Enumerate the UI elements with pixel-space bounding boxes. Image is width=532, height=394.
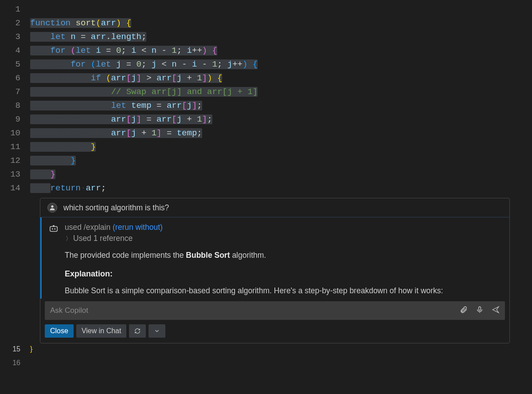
svg-point-0 (51, 205, 53, 208)
chat-button-row: Close View in Chat (40, 324, 509, 343)
line-number: 5 (0, 58, 20, 71)
close-button[interactable]: Close (45, 324, 74, 338)
code-line[interactable]: ················// Swap arr[j] and arr[j… (30, 85, 532, 99)
code-line[interactable]: ············} (30, 140, 532, 154)
code-line[interactable]: ····let·n·=·arr.length; (30, 30, 532, 44)
code-line[interactable]: ····return·arr; (30, 181, 532, 195)
chat-input-row (45, 301, 505, 320)
chevron-right-icon: 〉 (66, 235, 71, 243)
assistant-body: used /explain (rerun without) 〉 Used 1 r… (65, 223, 502, 299)
slash-command-info: used /explain (rerun without) (65, 223, 502, 232)
send-icon[interactable] (492, 306, 500, 315)
svg-point-2 (52, 228, 53, 229)
code-line[interactable]: ····for·(let·i·=·0;·i·<·n·-·1;·i++)·{ (30, 44, 532, 58)
rerun-without-link[interactable]: (rerun without) (113, 223, 163, 232)
code-line[interactable]: ············if·(arr[j]·>·arr[j·+·1])·{ (30, 71, 532, 85)
code-line[interactable]: } (30, 345, 532, 359)
code-area[interactable]: } (30, 343, 532, 373)
line-number-gutter: 1 2 3 4 5 6 7 8 9 10 11 12 13 14 (0, 0, 30, 195)
code-editor-continued[interactable]: 15 16 } (0, 343, 532, 373)
attach-icon[interactable] (460, 306, 468, 315)
microphone-icon[interactable] (476, 306, 484, 315)
code-area[interactable]: function·sort(arr)·{ ····let·n·=·arr.len… (30, 0, 532, 195)
chevron-down-icon (154, 328, 160, 334)
response-text: The provided code implements the Bubble … (65, 249, 502, 261)
explanation-heading: Explanation: (65, 269, 502, 279)
inline-chat-panel: which sorting algorithm is this? used /e… (40, 198, 510, 343)
line-number: 6 (0, 71, 20, 85)
chat-input[interactable] (50, 306, 460, 315)
references-toggle[interactable]: 〉 Used 1 reference (66, 234, 502, 243)
line-number: 9 (0, 113, 20, 126)
code-line[interactable] (30, 3, 532, 16)
line-number: 2 (0, 16, 20, 30)
code-line[interactable]: ················let·temp·=·arr[j]; (30, 99, 532, 113)
code-line[interactable]: ········} (30, 154, 532, 168)
line-number: 8 (0, 99, 20, 113)
line-number: 16 (0, 359, 20, 373)
refresh-icon (134, 328, 141, 334)
assistant-response-row: used /explain (rerun without) 〉 Used 1 r… (40, 217, 509, 299)
code-line[interactable]: ················arr[j·+·1]·=·temp; (30, 126, 532, 140)
line-number: 14 (0, 181, 20, 195)
svg-rect-4 (479, 307, 481, 311)
explanation-body: Bubble Sort is a simple comparison-based… (65, 285, 502, 297)
code-line[interactable]: ····} (30, 168, 532, 181)
regenerate-button[interactable] (129, 324, 146, 338)
svg-rect-1 (50, 226, 58, 231)
line-number: 1 (0, 3, 20, 16)
line-number: 7 (0, 85, 20, 99)
view-in-chat-button[interactable]: View in Chat (76, 324, 127, 338)
code-editor[interactable]: 1 2 3 4 5 6 7 8 9 10 11 12 13 14 functio… (0, 0, 532, 195)
user-message-row: which sorting algorithm is this? (40, 198, 509, 217)
code-line[interactable]: function·sort(arr)·{ (30, 16, 532, 30)
svg-point-3 (54, 228, 55, 229)
copilot-icon (49, 224, 59, 233)
user-message-text: which sorting algorithm is this? (63, 203, 169, 213)
more-options-button[interactable] (149, 324, 165, 338)
line-number-current: 15 (0, 345, 20, 359)
code-line[interactable]: ········for·(let·j·=·0;·j·<·n·-·i·-·1;·j… (30, 58, 532, 71)
code-line[interactable] (30, 359, 532, 373)
line-number: 4 (0, 44, 20, 58)
code-line[interactable]: ················arr[j]·=·arr[j·+·1]; (30, 113, 532, 126)
line-number: 11 (0, 140, 20, 154)
line-number: 13 (0, 168, 20, 181)
line-number-gutter: 15 16 (0, 343, 30, 373)
user-avatar-icon (47, 203, 57, 213)
line-number: 3 (0, 30, 20, 44)
line-number: 12 (0, 154, 20, 168)
line-number: 10 (0, 126, 20, 140)
